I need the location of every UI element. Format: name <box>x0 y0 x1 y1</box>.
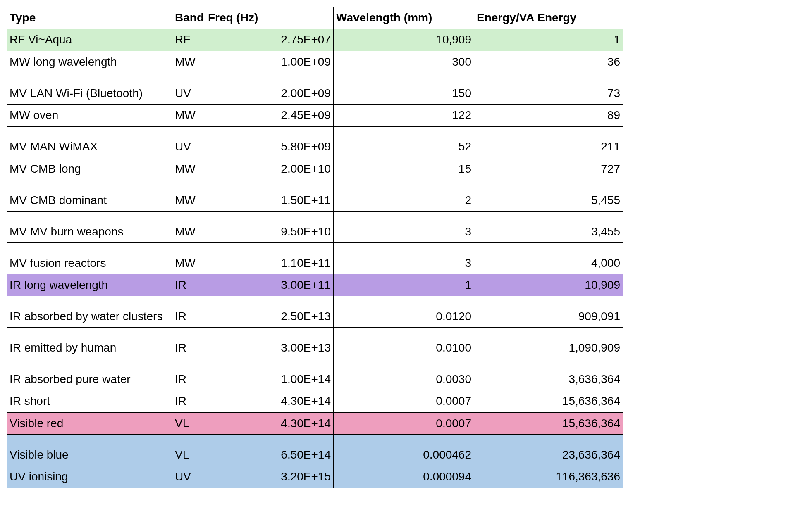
cell-band: MW <box>172 242 205 274</box>
cell-wavelength: 0.0007 <box>334 412 474 434</box>
cell-type: IR long wavelength <box>7 274 172 296</box>
header-band: Band <box>172 7 205 29</box>
cell-band: MW <box>172 105 205 126</box>
cell-wavelength: 122 <box>334 105 474 126</box>
cell-freq: 3.00E+13 <box>205 328 334 359</box>
cell-energy: 1 <box>474 29 623 51</box>
cell-type: UV ionising <box>7 466 172 488</box>
cell-wavelength: 15 <box>334 158 474 180</box>
cell-wavelength: 2 <box>334 180 474 211</box>
cell-wavelength: 300 <box>334 51 474 73</box>
cell-freq: 5.80E+09 <box>205 126 334 158</box>
cell-energy: 15,636,364 <box>474 412 623 434</box>
cell-freq: 2.00E+09 <box>205 73 334 105</box>
cell-freq: 1.50E+11 <box>205 180 334 211</box>
table-row: IR emitted by humanIR3.00E+130.01001,090… <box>7 328 623 359</box>
table-row: MV CMB longMW2.00E+1015727 <box>7 158 623 180</box>
table-row: UV ionisingUV3.20E+150.000094116,363,636 <box>7 466 623 488</box>
cell-type: RF Vi~Aqua <box>7 29 172 51</box>
cell-freq: 1.10E+11 <box>205 242 334 274</box>
cell-energy: 23,636,364 <box>474 435 623 466</box>
cell-type: MW oven <box>7 105 172 126</box>
cell-freq: 2.50E+13 <box>205 296 334 328</box>
cell-energy: 89 <box>474 105 623 126</box>
cell-freq: 2.75E+07 <box>205 29 334 51</box>
cell-wavelength: 0.0120 <box>334 296 474 328</box>
header-freq: Freq (Hz) <box>205 7 334 29</box>
cell-type: IR absorbed pure water <box>7 359 172 390</box>
table-row: MW ovenMW2.45E+0912289 <box>7 105 623 126</box>
cell-type: MV MAN WiMAX <box>7 126 172 158</box>
cell-band: UV <box>172 73 205 105</box>
cell-type: MV CMB dominant <box>7 180 172 211</box>
table-row: IR long wavelengthIR3.00E+11110,909 <box>7 274 623 296</box>
cell-freq: 3.00E+11 <box>205 274 334 296</box>
table-row: IR absorbed pure waterIR1.00E+140.00303,… <box>7 359 623 390</box>
header-energy: Energy/VA Energy <box>474 7 623 29</box>
cell-freq: 2.00E+10 <box>205 158 334 180</box>
cell-energy: 15,636,364 <box>474 390 623 412</box>
cell-band: IR <box>172 390 205 412</box>
cell-energy: 36 <box>474 51 623 73</box>
table-row: MW long wavelengthMW1.00E+0930036 <box>7 51 623 73</box>
table-row: MV fusion reactorsMW1.10E+1134,000 <box>7 242 623 274</box>
cell-energy: 1,090,909 <box>474 328 623 359</box>
cell-type: MV LAN Wi-Fi (Bluetooth) <box>7 73 172 105</box>
cell-freq: 4.30E+14 <box>205 412 334 434</box>
cell-freq: 1.00E+09 <box>205 51 334 73</box>
cell-band: MW <box>172 180 205 211</box>
cell-wavelength: 3 <box>334 242 474 274</box>
cell-band: UV <box>172 466 205 488</box>
cell-energy: 3,636,364 <box>474 359 623 390</box>
cell-freq: 6.50E+14 <box>205 435 334 466</box>
table-row: MV MV burn weaponsMW9.50E+1033,455 <box>7 211 623 242</box>
header-type: Type <box>7 7 172 29</box>
cell-energy: 727 <box>474 158 623 180</box>
cell-band: RF <box>172 29 205 51</box>
spectrum-table: Type Band Freq (Hz) Wavelength (mm) Ener… <box>7 7 623 488</box>
cell-band: IR <box>172 296 205 328</box>
header-wave: Wavelength (mm) <box>334 7 474 29</box>
table-row: MV CMB dominantMW1.50E+1125,455 <box>7 180 623 211</box>
cell-wavelength: 10,909 <box>334 29 474 51</box>
cell-freq: 3.20E+15 <box>205 466 334 488</box>
cell-freq: 2.45E+09 <box>205 105 334 126</box>
cell-type: MW long wavelength <box>7 51 172 73</box>
cell-energy: 73 <box>474 73 623 105</box>
cell-energy: 116,363,636 <box>474 466 623 488</box>
cell-band: MW <box>172 158 205 180</box>
cell-band: IR <box>172 328 205 359</box>
cell-energy: 10,909 <box>474 274 623 296</box>
table-row: RF Vi~AquaRF2.75E+0710,9091 <box>7 29 623 51</box>
cell-type: IR absorbed by water clusters <box>7 296 172 328</box>
table-row: IR absorbed by water clustersIR2.50E+130… <box>7 296 623 328</box>
cell-wavelength: 52 <box>334 126 474 158</box>
cell-type: MV CMB long <box>7 158 172 180</box>
cell-type: MV fusion reactors <box>7 242 172 274</box>
cell-freq: 4.30E+14 <box>205 390 334 412</box>
cell-energy: 211 <box>474 126 623 158</box>
cell-wavelength: 1 <box>334 274 474 296</box>
table-row: Visible redVL4.30E+140.000715,636,364 <box>7 412 623 434</box>
cell-wavelength: 0.000462 <box>334 435 474 466</box>
cell-band: VL <box>172 435 205 466</box>
cell-energy: 3,455 <box>474 211 623 242</box>
table-body: RF Vi~AquaRF2.75E+0710,9091MW long wavel… <box>7 29 623 488</box>
cell-energy: 909,091 <box>474 296 623 328</box>
cell-band: VL <box>172 412 205 434</box>
cell-type: MV MV burn weapons <box>7 211 172 242</box>
cell-band: IR <box>172 274 205 296</box>
cell-wavelength: 0.0100 <box>334 328 474 359</box>
table-row: MV LAN Wi-Fi (Bluetooth)UV2.00E+0915073 <box>7 73 623 105</box>
cell-wavelength: 0.0030 <box>334 359 474 390</box>
table-row: MV MAN WiMAXUV5.80E+0952211 <box>7 126 623 158</box>
cell-wavelength: 150 <box>334 73 474 105</box>
cell-band: IR <box>172 359 205 390</box>
cell-band: MW <box>172 51 205 73</box>
cell-freq: 1.00E+14 <box>205 359 334 390</box>
table-row: IR shortIR4.30E+140.000715,636,364 <box>7 390 623 412</box>
cell-wavelength: 0.000094 <box>334 466 474 488</box>
cell-type: Visible blue <box>7 435 172 466</box>
cell-wavelength: 3 <box>334 211 474 242</box>
cell-energy: 4,000 <box>474 242 623 274</box>
